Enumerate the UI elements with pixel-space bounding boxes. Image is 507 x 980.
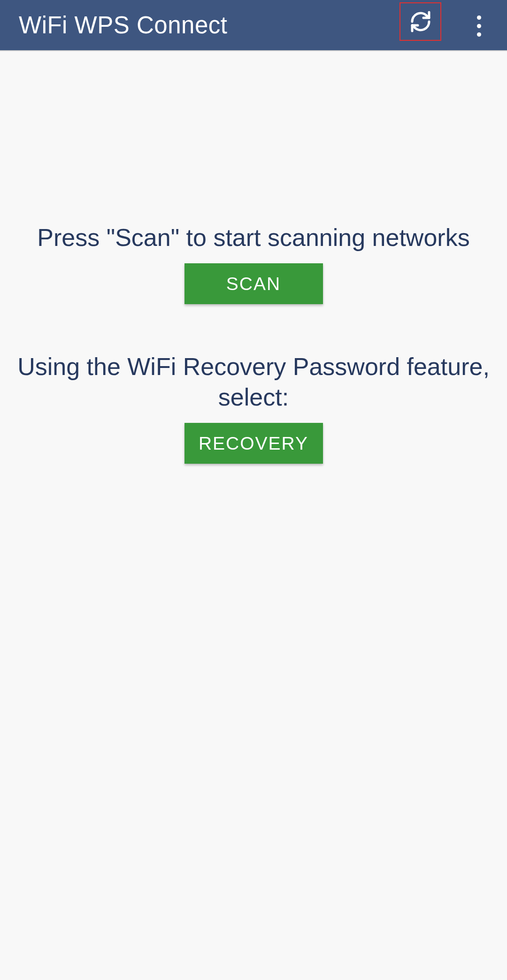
recovery-button[interactable]: RECOVERY bbox=[184, 423, 323, 464]
refresh-button[interactable] bbox=[399, 2, 441, 41]
more-options-button[interactable] bbox=[465, 12, 493, 40]
scan-button[interactable]: SCAN bbox=[184, 263, 323, 304]
app-header: WiFi WPS Connect bbox=[0, 0, 507, 51]
main-content: Press "Scan" to start scanning networks … bbox=[0, 51, 507, 464]
recovery-instruction-text: Using the WiFi Recovery Password feature… bbox=[0, 352, 507, 413]
refresh-icon bbox=[409, 10, 432, 33]
more-vertical-icon bbox=[477, 15, 481, 37]
scan-instruction-text: Press "Scan" to start scanning networks bbox=[23, 222, 484, 253]
app-title: WiFi WPS Connect bbox=[19, 11, 227, 39]
